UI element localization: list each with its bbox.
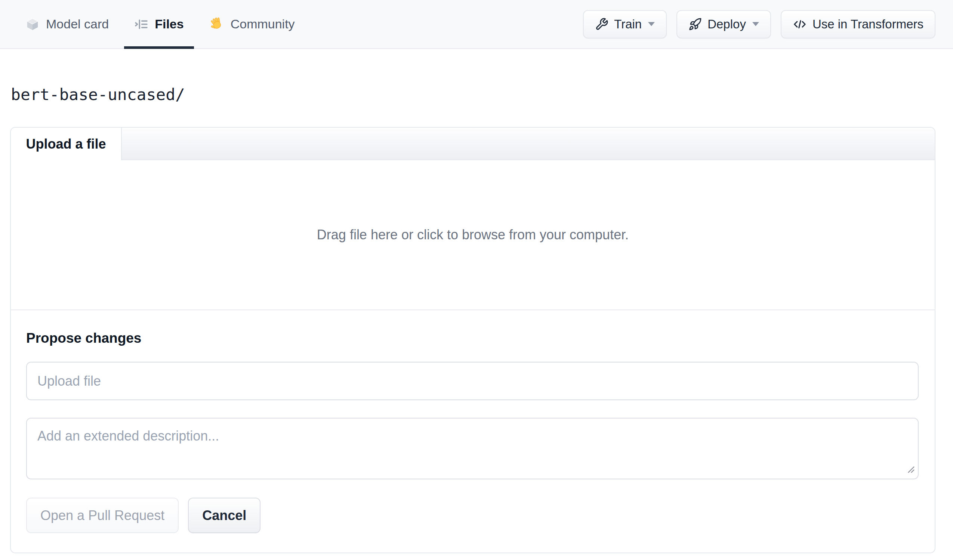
tab-community[interactable]: Community: [199, 0, 305, 48]
repo-header: Model card Files: [0, 0, 953, 49]
repo-path-breadcrumb[interactable]: bert-base-uncased/: [11, 83, 185, 106]
deploy-label: Deploy: [708, 17, 746, 31]
repo-tab-nav: Model card Files: [16, 0, 305, 48]
dropzone-text: Drag file here or click to browse from y…: [317, 227, 629, 243]
cube-icon: [25, 17, 40, 31]
upload-panel: Upload a file Drag file here or click to…: [10, 127, 936, 553]
tab-label: Community: [231, 17, 295, 31]
upload-file-input[interactable]: [26, 362, 919, 400]
tab-label: Model card: [46, 17, 109, 31]
code-icon: [793, 17, 807, 31]
upload-panel-tabrow: Upload a file: [11, 128, 935, 160]
train-label: Train: [614, 17, 642, 31]
header-actions: Train Deploy: [583, 0, 936, 48]
tab-label: Files: [155, 17, 183, 31]
cancel-button[interactable]: Cancel: [188, 498, 261, 533]
tab-upload-a-file[interactable]: Upload a file: [11, 128, 122, 160]
textarea-resize-handle-icon[interactable]: [905, 464, 915, 475]
tab-files[interactable]: Files: [124, 0, 194, 48]
file-dropzone[interactable]: Drag file here or click to browse from y…: [11, 160, 935, 310]
use-in-transformers-button[interactable]: Use in Transformers: [781, 10, 936, 39]
waving-hand-icon: [209, 17, 224, 32]
propose-changes-section: Propose changes Open a Pull Request Canc…: [11, 310, 935, 552]
chevron-down-icon: [648, 22, 655, 26]
files-list-icon: [134, 17, 148, 31]
chevron-down-icon: [752, 22, 759, 26]
tabrow-filler: [122, 128, 935, 160]
extended-description-textarea[interactable]: [26, 418, 919, 480]
rocket-icon: [688, 17, 702, 31]
use-in-transformers-label: Use in Transformers: [812, 17, 924, 31]
wrench-icon: [595, 17, 608, 31]
description-field-wrap: [26, 418, 919, 480]
tab-model-card[interactable]: Model card: [16, 0, 119, 48]
propose-changes-title: Propose changes: [26, 330, 919, 347]
open-pull-request-button[interactable]: Open a Pull Request: [26, 498, 178, 533]
propose-actions-row: Open a Pull Request Cancel: [26, 498, 919, 533]
deploy-button[interactable]: Deploy: [677, 10, 771, 39]
active-tab-underline: [124, 46, 194, 49]
train-button[interactable]: Train: [583, 10, 667, 39]
